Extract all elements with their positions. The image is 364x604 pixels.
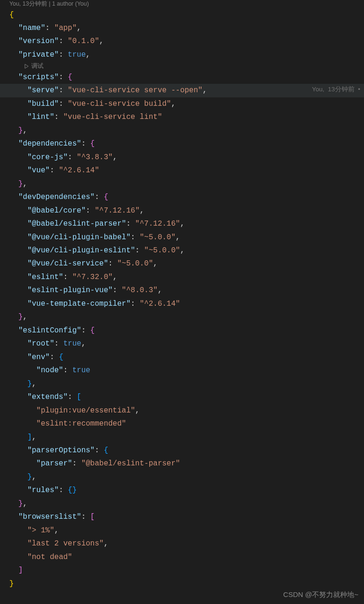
code-line: "build": "vue-cli-service build", [0,97,364,110]
code-line: "devDependencies": { [0,191,364,204]
code-line: }, [0,310,364,324]
code-line: "scripts": { [0,71,364,84]
debug-codelens[interactable]: 调试 [0,61,364,71]
code-line: "version": "0.1.0", [0,35,364,48]
code-line: "eslint-plugin-vue": "^8.0.3", [0,284,364,297]
codelens-author-line[interactable]: You, 13分钟前 | 1 author (You) [0,0,364,8]
git-blame-annotation: You, 13分钟前 • [312,84,360,95]
code-line: "private": true, [0,48,364,61]
code-line: "plugin:vue/essential", [0,404,364,417]
code-editor[interactable]: { "name": "app", "version": "0.1.0", "pr… [0,8,364,591]
code-line: "@babel/eslint-parser": "^7.12.16", [0,217,364,230]
code-line: "> 1%", [0,524,364,537]
code-line: ], [0,431,364,444]
code-line: "core-js": "^3.8.3", [0,151,364,164]
code-line: "lint": "vue-cli-service lint" [0,110,364,124]
code-line: "dependencies": { [0,137,364,150]
code-line: "parser": "@babel/eslint-parser" [0,457,364,470]
code-line: "eslint:recommended" [0,417,364,430]
code-line: "name": "app", [0,22,364,35]
code-line: }, [0,497,364,510]
code-line: "node": true [0,364,364,377]
code-line: "vue-template-compiler": "^2.6.14" [0,297,364,310]
code-line: "parserOptions": { [0,444,364,457]
code-line: "eslintConfig": { [0,324,364,337]
code-line: }, [0,377,364,390]
code-line: }, [0,471,364,484]
play-icon [23,63,29,69]
code-line: "@vue/cli-service": "~5.0.0", [0,257,364,270]
code-line: }, [0,177,364,191]
csdn-watermark: CSDN @不努力就种地~ [283,589,358,601]
code-line: "rules": {} [0,484,364,497]
code-line: ] [0,564,364,577]
code-line: "extends": [ [0,390,364,404]
code-line: "@vue/cli-plugin-eslint": "~5.0.0", [0,244,364,257]
code-line: "vue": "^2.6.14" [0,164,364,177]
code-line: "@babel/core": "^7.12.16", [0,204,364,217]
code-line: }, [0,124,364,137]
code-line: { [0,8,364,22]
code-line: "@vue/cli-plugin-babel": "~5.0.0", [0,231,364,244]
code-line: "root": true, [0,337,364,350]
code-line: "last 2 versions", [0,537,364,550]
code-line: "not dead" [0,551,364,564]
code-line-highlighted: "serve": "vue-cli-service serve --open",… [0,84,364,97]
code-line: "env": { [0,351,364,364]
code-line: "browserslist": [ [0,510,364,523]
code-line: "eslint": "^7.32.0", [0,271,364,284]
